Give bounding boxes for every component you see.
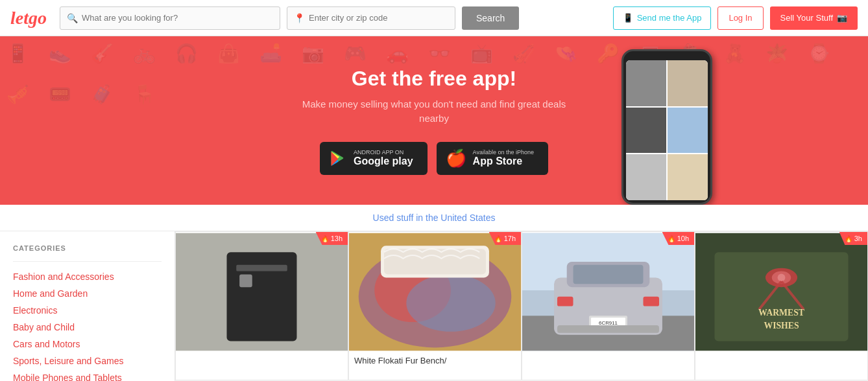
listing-card-1[interactable]: 🔥 13h: [175, 231, 348, 380]
phone-screen-item: [668, 60, 708, 106]
logo[interactable]: letgo: [10, 8, 47, 29]
listing-image-2: [349, 232, 521, 352]
svg-rect-17: [643, 297, 659, 306]
svg-rect-16: [557, 297, 573, 306]
apple-icon: 🍎: [446, 148, 466, 168]
search-bar: 🔍: [60, 6, 280, 30]
listing-image-3: 6CR911: [522, 232, 694, 352]
phone-screen-item: [668, 108, 708, 154]
hero-banner: 📱👟🎸 🚲🎧👜 🛋️📷🎮 🚗👓📺 🎻👒🔑 💻🛍️🧸 🪴⌚🎺 📟🧳🪑 Get th…: [0, 36, 868, 205]
google-play-icon: [329, 149, 347, 167]
nav-actions: 📱 Send me the App Log In Sell Your Stuff…: [613, 6, 858, 30]
used-stuff-bar: Used stuff in the United States: [0, 205, 868, 231]
location-icon: 📍: [294, 13, 305, 23]
sidebar-item-sports[interactable]: Sports, Leisure and Games: [13, 352, 162, 369]
used-stuff-link[interactable]: Used stuff in the United States: [373, 213, 496, 223]
sidebar-item-home[interactable]: Home and Garden: [13, 285, 162, 302]
sell-button[interactable]: Sell Your Stuff 📷: [770, 6, 858, 30]
svg-point-7: [406, 275, 495, 332]
google-play-button[interactable]: ANDROID APP ON Google play: [320, 142, 428, 175]
phone-mockup: [596, 36, 738, 205]
main-content: CATEGORIES Fashion and Accessories Home …: [0, 231, 868, 381]
app-store-button[interactable]: 🍎 Available on the iPhone App Store: [437, 142, 548, 175]
listing-title-4: [695, 352, 867, 358]
search-button[interactable]: Search: [462, 6, 519, 30]
sidebar-item-electronics[interactable]: Electronics: [13, 302, 162, 319]
sidebar-divider: [13, 261, 162, 262]
search-icon: 🔍: [67, 13, 78, 23]
hero-subtitle: Make money selling what you don't need a…: [302, 97, 566, 126]
location-bar: 📍: [287, 6, 455, 30]
phone-screen-item: [626, 108, 666, 154]
app-buttons: ANDROID APP ON Google play 🍎 Available o…: [302, 142, 566, 175]
sidebar-item-cars[interactable]: Cars and Motors: [13, 336, 162, 352]
svg-rect-9: [384, 249, 486, 274]
svg-text:WARMEST: WARMEST: [758, 308, 804, 318]
listing-image-4: WARMEST WISHES: [695, 232, 867, 352]
listings-grid: 🔥 13h 🔥 17h: [175, 231, 868, 381]
listing-title-3: [522, 352, 694, 358]
svg-rect-2: [236, 265, 287, 271]
search-input[interactable]: [82, 13, 273, 23]
camera-icon: 📷: [837, 13, 847, 23]
svg-point-26: [778, 274, 786, 282]
phone-screen-item: [626, 60, 666, 106]
listing-card-2[interactable]: 🔥 17h White Flokati Fur Bench/: [348, 231, 522, 380]
listing-title-1: [176, 352, 348, 358]
sidebar: CATEGORIES Fashion and Accessories Home …: [0, 231, 175, 381]
hero-content: Get the free app! Make money selling wha…: [302, 67, 566, 175]
sidebar-item-fashion[interactable]: Fashion and Accessories: [13, 268, 162, 285]
sidebar-item-phones[interactable]: Mobile Phones and Tablets: [13, 369, 162, 381]
location-input[interactable]: [309, 13, 448, 23]
svg-rect-3: [239, 275, 252, 288]
listing-card-4[interactable]: WARMEST WISHES 🔥 3h: [695, 231, 868, 380]
listing-card-3[interactable]: 6CR911 🔥 10h: [522, 231, 695, 380]
phone-icon: 📱: [623, 13, 633, 23]
sidebar-item-baby[interactable]: Baby and Child: [13, 319, 162, 336]
send-app-button[interactable]: 📱 Send me the App: [613, 6, 712, 30]
svg-rect-15: [573, 265, 644, 284]
svg-rect-21: [557, 325, 659, 333]
phone-screen: [626, 60, 708, 200]
svg-text:WISHES: WISHES: [764, 321, 799, 330]
phone-screen-item: [626, 154, 666, 200]
phone-screen-item: [668, 154, 708, 200]
listing-title-2: White Flokati Fur Bench/: [349, 352, 521, 368]
login-button[interactable]: Log In: [717, 6, 763, 30]
hero-title: Get the free app!: [302, 67, 566, 91]
navbar: letgo 🔍 📍 Search 📱 Send me the App Log I…: [0, 0, 868, 36]
svg-text:6CR911: 6CR911: [599, 320, 618, 326]
phone-outer: [621, 49, 712, 205]
listing-image-1: [176, 232, 348, 352]
sidebar-title: CATEGORIES: [13, 244, 162, 252]
